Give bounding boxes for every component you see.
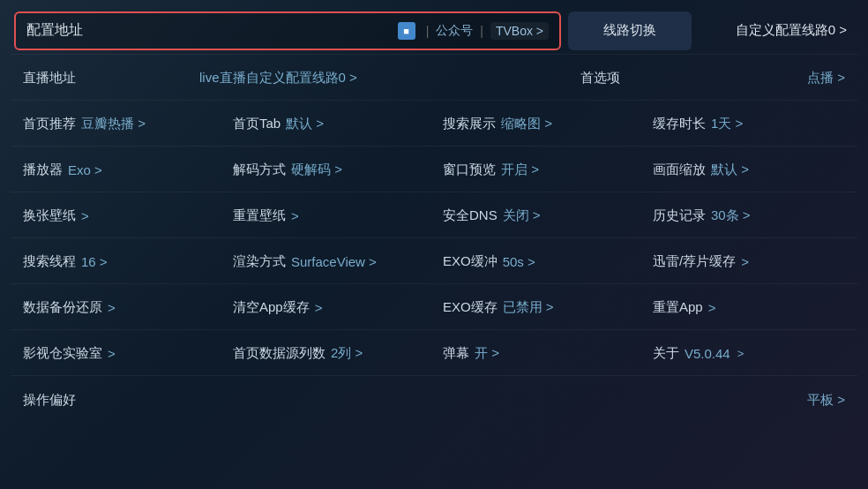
live-config-label: live直播自定义配置线路0 > xyxy=(199,70,357,87)
thunder-cache-value: > xyxy=(741,254,749,269)
live-address-row: 直播地址 live直播自定义配置线路0 > 首选项 点播 > xyxy=(11,56,857,101)
preferred-item[interactable]: 首选项 xyxy=(572,59,748,98)
search-display-label: 搜索展示 xyxy=(443,116,496,132)
homepage-tab-item[interactable]: 首页Tab 默认 > xyxy=(224,105,434,144)
homepage-recommend-label: 首页推荐 xyxy=(23,116,76,132)
cache-duration-value: 1天 > xyxy=(711,116,743,132)
search-thread-item[interactable]: 搜索线程 16 > xyxy=(14,243,224,282)
lab-label: 影视仓实验室 xyxy=(23,345,102,362)
pipe-divider2: | xyxy=(480,24,483,38)
route-switch-label: 线路切换 xyxy=(603,22,656,39)
operation-pref-label: 操作偏好 xyxy=(23,392,76,409)
play-item[interactable]: 点播 > xyxy=(748,59,854,98)
search-display-item[interactable]: 搜索展示 缩略图 > xyxy=(434,105,644,144)
homepage-tab-label: 首页Tab xyxy=(233,116,281,132)
clear-cache-label: 清空App缓存 xyxy=(233,299,310,316)
player-row: 播放器 Exo > 解码方式 硬解码 > 窗口预览 开启 > 画面缩放 默认 > xyxy=(11,148,857,192)
render-mode-item[interactable]: 渲染方式 SurfaceView > xyxy=(224,243,434,282)
reset-app-label: 重置App xyxy=(653,299,703,316)
thunder-cache-item[interactable]: 迅雷/荐片缓存 > xyxy=(644,243,854,282)
lab-value: > xyxy=(108,346,116,361)
screen-scale-item[interactable]: 画面缩放 默认 > xyxy=(644,151,854,190)
backup-restore-item[interactable]: 数据备份还原 > xyxy=(14,289,224,327)
history-value: 30条 > xyxy=(711,207,751,224)
config-address-box[interactable]: 配置地址 ■ | 公众号 | TVBox > xyxy=(14,11,561,50)
change-wallpaper-item[interactable]: 换张壁纸 > xyxy=(14,197,224,236)
config-address-row: 配置地址 ■ | 公众号 | TVBox > 线路切换 自定义配置线路0 > xyxy=(11,7,857,55)
history-label: 历史记录 xyxy=(653,207,706,224)
window-preview-value: 开启 > xyxy=(501,162,539,178)
player-value: Exo > xyxy=(68,162,102,177)
about-version-value: V5.0.44 xyxy=(685,346,730,361)
exo-buffer-item[interactable]: EXO缓冲 50s > xyxy=(434,243,644,282)
window-preview-item[interactable]: 窗口预览 开启 > xyxy=(434,151,644,190)
live-config-item[interactable]: live直播自定义配置线路0 > xyxy=(191,59,572,98)
history-item[interactable]: 历史记录 30条 > xyxy=(644,197,854,236)
about-label: 关于 xyxy=(653,345,679,362)
lab-item[interactable]: 影视仓实验室 > xyxy=(14,335,224,373)
config-icon: ■ xyxy=(398,22,415,40)
change-wallpaper-label: 换张壁纸 xyxy=(23,207,76,224)
about-arrow: > xyxy=(737,347,745,360)
change-wallpaper-value: > xyxy=(81,208,89,223)
player-item[interactable]: 播放器 Exo > xyxy=(14,151,224,190)
danmu-label: 弹幕 xyxy=(443,345,469,362)
datasource-cols-value: 2列 > xyxy=(331,345,363,362)
reset-wallpaper-item[interactable]: 重置壁纸 > xyxy=(224,197,434,236)
homepage-recommend-value: 豆瓣热播 > xyxy=(81,116,146,132)
exo-buffer-value: 50s > xyxy=(503,254,535,269)
exo-cache-label: EXO缓存 xyxy=(443,299,498,316)
screen-scale-value: 默认 > xyxy=(711,162,749,178)
clear-cache-value: > xyxy=(315,300,323,315)
route-switch-button[interactable]: 线路切换 xyxy=(568,11,692,50)
homepage-tab-value: 默认 > xyxy=(286,116,324,132)
clear-cache-item[interactable]: 清空App缓存 > xyxy=(224,289,434,327)
custom-route-label: 自定义配置线路0 > xyxy=(736,22,847,39)
tablet-item[interactable]: 平板 > xyxy=(434,380,854,419)
backup-restore-value: > xyxy=(108,300,116,315)
live-address-item[interactable]: 直播地址 xyxy=(14,59,191,98)
reset-app-item[interactable]: 重置App > xyxy=(644,289,854,327)
exo-buffer-label: EXO缓冲 xyxy=(443,253,498,270)
tablet-value: 平板 > xyxy=(807,392,845,409)
safe-dns-item[interactable]: 安全DNS 关闭 > xyxy=(434,197,644,236)
search-thread-row: 搜索线程 16 > 渲染方式 SurfaceView > EXO缓冲 50s >… xyxy=(11,240,857,284)
lab-row: 影视仓实验室 > 首页数据源列数 2列 > 弹幕 开 > 关于 V5.0.44 … xyxy=(11,332,857,376)
thunder-cache-label: 迅雷/荐片缓存 xyxy=(653,253,736,270)
homepage-recommend-item[interactable]: 首页推荐 豆瓣热播 > xyxy=(14,105,224,144)
player-label: 播放器 xyxy=(23,162,63,178)
danmu-value: 开 > xyxy=(475,345,499,362)
tvbox-button[interactable]: TVBox > xyxy=(490,22,549,40)
danmu-item[interactable]: 弹幕 开 > xyxy=(434,335,644,373)
backup-row: 数据备份还原 > 清空App缓存 > EXO缓存 已禁用 > 重置App > xyxy=(11,286,857,330)
wallpaper-row: 换张壁纸 > 重置壁纸 > 安全DNS 关闭 > 历史记录 30条 > xyxy=(11,194,857,238)
cache-duration-item[interactable]: 缓存时长 1天 > xyxy=(644,105,854,144)
decode-mode-item[interactable]: 解码方式 硬解码 > xyxy=(224,151,434,190)
screen-scale-label: 画面缩放 xyxy=(653,162,706,178)
backup-restore-label: 数据备份还原 xyxy=(23,299,102,316)
about-item[interactable]: 关于 V5.0.44 > xyxy=(644,335,854,373)
exo-cache-value: 已禁用 > xyxy=(503,299,554,316)
render-mode-value: SurfaceView > xyxy=(291,254,377,269)
config-address-right: | 公众号 | TVBox > xyxy=(423,22,549,40)
reset-wallpaper-label: 重置壁纸 xyxy=(233,207,286,224)
datasource-cols-item[interactable]: 首页数据源列数 2列 > xyxy=(224,335,434,373)
reset-wallpaper-value: > xyxy=(291,208,299,223)
search-thread-value: 16 > xyxy=(81,254,108,269)
datasource-cols-label: 首页数据源列数 xyxy=(233,345,326,362)
public-account-label: 公众号 xyxy=(436,23,473,39)
play-label: 点播 > xyxy=(807,70,845,87)
safe-dns-label: 安全DNS xyxy=(443,207,498,224)
exo-cache-item[interactable]: EXO缓存 已禁用 > xyxy=(434,289,644,327)
operation-row: 操作偏好 平板 > xyxy=(11,378,857,422)
custom-route-button[interactable]: 自定义配置线路0 > xyxy=(699,15,854,46)
live-address-label: 直播地址 xyxy=(23,70,76,87)
search-display-value: 缩略图 > xyxy=(501,116,552,132)
decode-mode-label: 解码方式 xyxy=(233,162,286,178)
config-address-label: 配置地址 xyxy=(26,21,391,40)
settings-container: 配置地址 ■ | 公众号 | TVBox > 线路切换 自定义配置线路0 > 直… xyxy=(0,0,868,489)
search-thread-label: 搜索线程 xyxy=(23,253,76,270)
pipe-divider: | xyxy=(426,24,430,38)
safe-dns-value: 关闭 > xyxy=(503,207,541,224)
operation-pref-item[interactable]: 操作偏好 xyxy=(14,380,434,419)
